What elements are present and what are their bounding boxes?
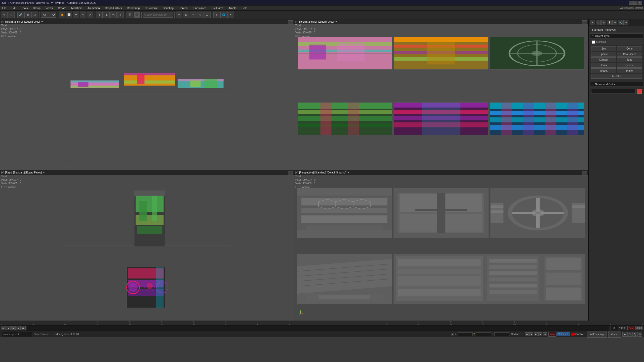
autogrid-checkbox[interactable] <box>592 40 595 44</box>
spinner-snap-button[interactable]: ⥮ <box>117 12 124 18</box>
object-type-header[interactable]: ▼ Object Type <box>590 33 643 38</box>
status-go-start[interactable]: ⏮ <box>525 332 529 336</box>
obj-type-cylinder[interactable]: Cylinder <box>591 57 616 62</box>
obj-type-geosphere[interactable]: GeoSphere <box>617 52 642 57</box>
menu-arnold[interactable]: Arnold <box>227 7 237 10</box>
menu-help[interactable]: Help <box>240 7 248 10</box>
viewport-bottom-left-corner[interactable] <box>288 171 293 176</box>
viewport-top-left-header[interactable]: [+] [Top] [Standard] [Edged Faces] ▼ <box>0 19 294 24</box>
menu-civil-view[interactable]: Civil View <box>211 7 224 10</box>
scale-button[interactable]: ⤢ <box>87 12 93 18</box>
menu-graph-editors[interactable]: Graph Editors <box>104 7 123 10</box>
layer-manager-button[interactable]: ≡ <box>190 12 196 18</box>
select-region-button[interactable]: ⬜ <box>66 12 72 18</box>
viewport-bottom-left[interactable]: [+] [Right] [Standard] [Edged Faces] ▼ T… <box>0 170 294 321</box>
timeline-track[interactable] <box>27 326 609 331</box>
menu-scripting[interactable]: Scripting <box>162 7 175 10</box>
menu-file[interactable]: File <box>1 7 8 10</box>
obj-type-box[interactable]: Box <box>591 46 616 51</box>
obj-type-pyramid[interactable]: Pyramid <box>617 63 642 68</box>
viewport-bottom-right-header[interactable]: [+] [Perspective] [Standard] [Default Sh… <box>294 170 588 175</box>
menu-edit[interactable]: Edit <box>11 7 17 10</box>
percent-snap-button[interactable]: % <box>110 12 117 18</box>
align-button[interactable]: ⊟ <box>183 12 189 18</box>
angle-snap-button[interactable]: ∠ <box>103 12 110 18</box>
prev-frame-button[interactable]: ◀ <box>6 326 11 330</box>
script-mini-area[interactable]: MAXScript Mini <box>2 332 32 337</box>
maximize-button[interactable]: □ <box>633 1 637 5</box>
status-icon-2[interactable]: ⬡ <box>627 332 632 337</box>
add-time-tag-button[interactable]: Add Time Tag <box>587 331 607 338</box>
y-value[interactable] <box>476 332 491 336</box>
color-swatch[interactable] <box>637 89 642 94</box>
menu-modifiers[interactable]: Modifiers <box>70 7 84 10</box>
menu-animation[interactable]: Animation <box>87 7 101 10</box>
play-button[interactable]: ▶ <box>11 326 16 330</box>
current-frame-input[interactable] <box>611 326 618 330</box>
render-environment-button[interactable]: 🌐 <box>220 12 227 18</box>
name-input[interactable] <box>591 89 635 94</box>
create-selection-set[interactable] <box>143 12 173 18</box>
unlink-button[interactable]: ⛓ <box>24 12 31 18</box>
obj-type-cone[interactable]: Cone <box>617 46 642 51</box>
obj-type-plane[interactable]: Plane <box>617 68 642 73</box>
rp-btn-6[interactable]: 🔧 <box>618 20 623 25</box>
schematic-view-button[interactable]: 🗔 <box>204 12 211 18</box>
curve-editor-button[interactable]: ∿ <box>197 12 204 18</box>
menu-customize[interactable]: Customize <box>144 7 159 10</box>
obj-type-tube[interactable]: Tube <box>617 57 642 62</box>
name-color-header[interactable]: ▼ Name and Color <box>590 82 643 87</box>
undo-button[interactable]: ↺ <box>1 12 8 18</box>
menu-create[interactable]: Create <box>57 7 67 10</box>
obj-type-torus[interactable]: Torus <box>591 63 616 68</box>
snap-toggle-button[interactable]: S <box>96 12 103 18</box>
menu-content[interactable]: Content <box>178 7 189 10</box>
filters-button[interactable]: Filters... <box>608 331 621 338</box>
go-to-end-button[interactable]: ⏭ <box>21 326 26 330</box>
viewport-top-left[interactable]: [+] [Top] [Standard] [Edged Faces] ▼ Tot… <box>0 19 294 170</box>
rp-btn-5[interactable]: 📷 <box>612 20 617 25</box>
rotate-button[interactable]: ↻ <box>80 12 86 18</box>
close-button[interactable]: ✕ <box>638 1 642 5</box>
viewport-top-left-corner[interactable] <box>288 20 293 25</box>
select-object-button[interactable]: ▣ <box>59 12 65 18</box>
viewport-top-right[interactable]: [+] [Top] [Standard] [Edged Faces] ▼ Tot… <box>294 19 588 170</box>
rp-btn-2[interactable]: ⬡ <box>596 20 601 25</box>
rp-btn-1[interactable]: + <box>590 20 595 25</box>
status-icon-4[interactable]: ⚙ <box>637 332 642 337</box>
obj-type-sphere[interactable]: Sphere <box>591 52 616 57</box>
status-icon-3[interactable]: 🔧 <box>632 332 637 337</box>
viewport-bottom-right-corner[interactable] <box>582 171 587 176</box>
filter-dropdown[interactable]: All <box>41 12 56 18</box>
go-to-start-button[interactable]: ⏮ <box>1 326 6 330</box>
redo-button[interactable]: ↻ <box>8 12 15 18</box>
viewport-top-right-corner[interactable] <box>582 20 587 25</box>
render-button[interactable]: ⬛ <box>134 12 140 18</box>
viewport-bottom-left-header[interactable]: [+] [Right] [Standard] [Edged Faces] ▼ <box>0 170 294 175</box>
obj-type-textplus[interactable]: TextPlus <box>591 74 642 79</box>
status-prev[interactable]: ◀ <box>529 332 533 336</box>
status-icon-1[interactable]: ◈ <box>622 332 627 337</box>
rp-btn-4[interactable]: 💡 <box>607 20 612 25</box>
obj-type-teapot[interactable]: Teapot <box>591 68 616 73</box>
render-setup-button[interactable]: 🎬 <box>127 12 133 18</box>
rp-btn-7[interactable]: ⚙ <box>623 20 628 25</box>
next-frame-button[interactable]: ▶ <box>16 326 21 330</box>
bind-space-warp[interactable]: ⬡ <box>31 12 38 18</box>
set-key-button[interactable]: Set K <box>635 326 643 330</box>
status-auto-key[interactable]: Auto <box>548 332 556 337</box>
menu-views[interactable]: Views <box>45 7 54 10</box>
viewport-bottom-right[interactable]: [+] [Perspective] [Standard] [Default Sh… <box>294 170 588 321</box>
auto-key-button[interactable]: Auto <box>627 326 635 330</box>
menu-tools[interactable]: Tools <box>20 7 29 10</box>
status-next[interactable]: ▶ <box>538 332 542 336</box>
status-go-end[interactable]: ⏭ <box>543 332 547 336</box>
viewport-top-right-header[interactable]: [+] [Top] [Standard] [Edged Faces] ▼ <box>294 19 588 24</box>
select-link-button[interactable]: 🔗 <box>17 12 24 18</box>
mirror-button[interactable]: ⇔ <box>176 12 182 18</box>
render-effects-button[interactable]: ✦ <box>227 12 234 18</box>
status-play[interactable]: ▶ <box>534 332 538 336</box>
x-value[interactable] <box>458 332 473 336</box>
menu-substance[interactable]: Substance <box>192 7 208 10</box>
material-editor-button[interactable]: ◈ <box>213 12 220 18</box>
